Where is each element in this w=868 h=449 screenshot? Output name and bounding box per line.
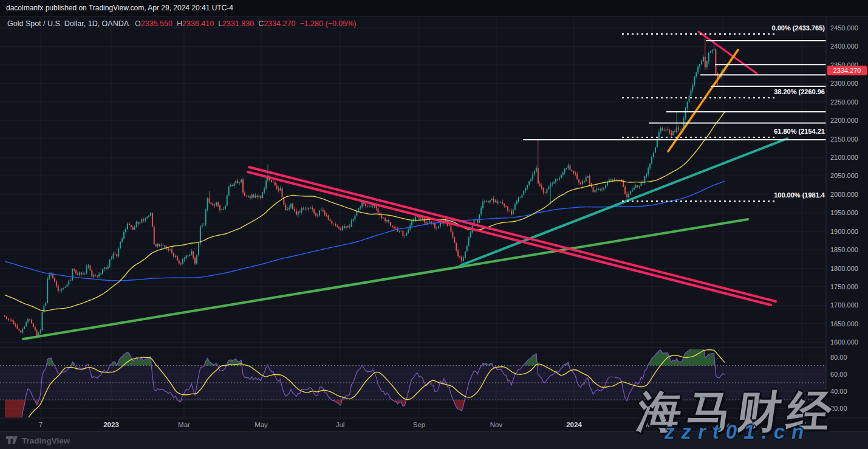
channel-pink-lower bbox=[248, 172, 771, 305]
moving-averages bbox=[5, 112, 725, 311]
ohlc-high: H2336.410 bbox=[177, 19, 214, 28]
svg-text:1900.000: 1900.000 bbox=[830, 228, 858, 235]
svg-text:Jul: Jul bbox=[336, 421, 345, 428]
svg-text:2023: 2023 bbox=[103, 421, 119, 428]
svg-text:80.00: 80.00 bbox=[830, 354, 847, 361]
svg-text:1950.000: 1950.000 bbox=[830, 209, 858, 216]
last-price-badge: 2334.270 bbox=[827, 66, 867, 75]
svg-text:2200.000: 2200.000 bbox=[830, 117, 858, 124]
tradingview-snapshot: dacolmanfx published on TradingView.com,… bbox=[0, 0, 868, 449]
trendline-pink-short bbox=[699, 32, 757, 74]
svg-text:1600.000: 1600.000 bbox=[830, 338, 858, 346]
svg-text:Sep: Sep bbox=[413, 421, 425, 428]
svg-text:2450.000: 2450.000 bbox=[830, 24, 858, 32]
svg-text:7: 7 bbox=[39, 421, 43, 428]
svg-text:May: May bbox=[255, 421, 268, 428]
chart-canvas[interactable]: 2450.0002400.0002350.0002300.0002250.000… bbox=[0, 0, 868, 449]
channel-pink-upper bbox=[249, 167, 776, 301]
tradingview-wordmark: TradingView bbox=[22, 436, 70, 445]
fib-label-100: 100.00% (1981.4 bbox=[774, 191, 825, 199]
svg-text:1650.000: 1650.000 bbox=[830, 320, 858, 327]
ohlc-low: L2331.830 bbox=[218, 19, 254, 28]
change-value: −1.280 (−0.05%) bbox=[299, 19, 356, 28]
rsi-overbought-fill bbox=[46, 345, 715, 366]
svg-text:1750.000: 1750.000 bbox=[830, 283, 858, 290]
price-axis[interactable]: 2450.0002400.0002350.0002300.0002250.000… bbox=[830, 24, 858, 412]
svg-text:60.00: 60.00 bbox=[830, 371, 847, 378]
svg-text:2024: 2024 bbox=[566, 421, 582, 428]
sma-50-line bbox=[5, 112, 725, 311]
symbol-legend: Gold Spot / U.S. Dollar, 1D, OANDAO2335.… bbox=[7, 19, 357, 28]
drawing-trendlines[interactable] bbox=[23, 32, 787, 339]
watermark-url: zzrt01.cn bbox=[665, 420, 810, 444]
svg-text:2250.000: 2250.000 bbox=[830, 98, 858, 106]
trendline-green-support bbox=[23, 219, 748, 339]
published-bar: dacolmanfx published on TradingView.com,… bbox=[0, 0, 868, 17]
svg-text:2050.000: 2050.000 bbox=[830, 172, 858, 179]
published-text: dacolmanfx published on TradingView.com,… bbox=[6, 4, 233, 12]
svg-text:2000.000: 2000.000 bbox=[830, 191, 858, 198]
tradingview-logo-icon[interactable] bbox=[6, 436, 18, 445]
ohlc-open: O2335.550 bbox=[135, 19, 173, 28]
svg-text:Nov: Nov bbox=[490, 421, 503, 428]
svg-text:1800.000: 1800.000 bbox=[830, 265, 858, 272]
fib-label-382: 38.20% (2260.96 bbox=[774, 88, 825, 95]
symbol-title: Gold Spot / U.S. Dollar, 1D, OANDA bbox=[7, 19, 129, 28]
svg-text:2100.000: 2100.000 bbox=[830, 154, 858, 161]
svg-text:2300.000: 2300.000 bbox=[830, 80, 858, 87]
svg-text:Mar: Mar bbox=[178, 421, 190, 428]
rsi-oversold-fill bbox=[5, 400, 627, 425]
fib-label-0: 0.00% (2433.765) bbox=[772, 24, 825, 32]
candlestick-series bbox=[4, 34, 725, 337]
svg-text:2400.000: 2400.000 bbox=[830, 43, 858, 50]
svg-text:2150.000: 2150.000 bbox=[830, 135, 858, 143]
fib-label-618: 61.80% (2154.21 bbox=[774, 128, 825, 135]
svg-text:1850.000: 1850.000 bbox=[830, 246, 858, 253]
svg-text:1700.000: 1700.000 bbox=[830, 301, 858, 309]
ohlc-close: C2334.270 bbox=[258, 19, 295, 28]
